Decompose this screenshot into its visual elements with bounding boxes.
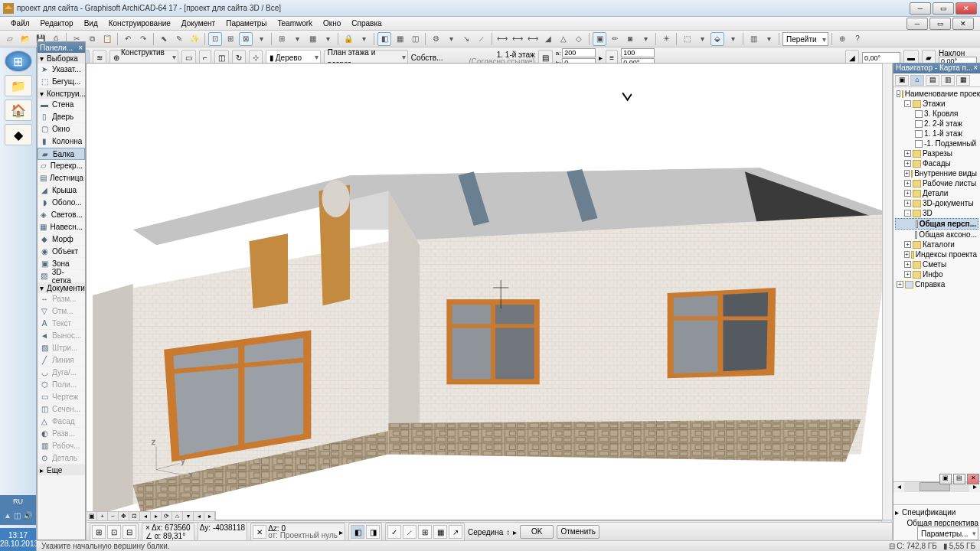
menu-window[interactable]: Окно [318, 18, 345, 29]
dd8-icon[interactable]: ▾ [762, 32, 776, 46]
layer-icon[interactable]: ▦ [305, 32, 319, 46]
snap-grid-icon[interactable]: ⊞ [92, 525, 106, 539]
tool-beam[interactable]: ▰Балка [38, 148, 85, 160]
v3d-icon[interactable]: ▣ [593, 32, 606, 46]
tool-section[interactable]: ◫Сечен... [38, 403, 85, 416]
c1-icon[interactable]: ✓ [387, 525, 401, 539]
measure-icon[interactable]: ⊕ [835, 32, 849, 46]
start-icon[interactable]: ⊞ [5, 51, 32, 72]
mdi-close[interactable]: ✕ [952, 18, 974, 30]
navbtn-close[interactable]: ✕ [967, 474, 979, 484]
spinner-icon[interactable]: ↕ [506, 528, 510, 536]
menu-edit[interactable]: Редактор [36, 18, 78, 29]
tool-window[interactable]: ▢Окно [38, 123, 85, 135]
tool-slab[interactable]: ▱Перекр... [38, 160, 85, 172]
group-more[interactable]: ▸Еще [38, 465, 85, 475]
tool-shell[interactable]: ◗Оболо... [38, 197, 85, 209]
sun-icon[interactable]: ☀ [659, 32, 673, 46]
grid-icon[interactable]: ⊞ [275, 32, 289, 46]
params-button[interactable]: Параметры... [917, 527, 978, 540]
magic-icon[interactable]: ⚙ [429, 32, 443, 46]
maximize-button[interactable]: ▭ [933, 2, 954, 15]
mode1-icon[interactable]: ◧ [351, 525, 364, 539]
c4-icon[interactable]: ▦ [433, 525, 447, 539]
c3-icon[interactable]: ⊞ [418, 525, 432, 539]
tool-line[interactable]: ╱Линия [38, 354, 85, 367]
surf-icon[interactable]: ◙ [623, 32, 637, 46]
dd2-icon[interactable]: ▾ [290, 32, 304, 46]
menu-options[interactable]: Параметры [221, 18, 271, 29]
menu-teamwork[interactable]: Teamwork [273, 18, 318, 29]
wand-icon[interactable]: ✨ [188, 32, 201, 46]
persp-icon[interactable]: ⬙ [710, 32, 724, 46]
ok-button[interactable]: OK [520, 525, 554, 539]
tool-wall[interactable]: ▬Стена [38, 99, 85, 111]
lang-indicator[interactable]: RU [0, 497, 36, 505]
open-icon[interactable]: 📂 [18, 32, 32, 46]
undo-icon[interactable]: ↶ [121, 32, 135, 46]
dd7-icon[interactable]: ▾ [726, 32, 740, 46]
dd4-icon[interactable]: ▾ [357, 32, 371, 46]
tool-label[interactable]: ◄Вынос... [38, 330, 85, 342]
tool-skylight[interactable]: ◈Светов... [38, 209, 85, 221]
tool-column[interactable]: ▮Колонна [38, 135, 85, 148]
snap3-icon[interactable]: ⊠ [239, 32, 253, 46]
tool-mesh[interactable]: ▨3D-сетка [38, 270, 85, 282]
dim4-icon[interactable]: ◢ [541, 32, 555, 46]
toolbox-close-icon[interactable]: × [78, 44, 83, 52]
snap1-icon[interactable]: ⊡ [208, 32, 222, 46]
chevron-icon[interactable]: ▸ [339, 528, 343, 536]
tool-drawing[interactable]: ▭Чертеж [38, 391, 85, 403]
menu-file[interactable]: Файл [6, 18, 34, 29]
copy-icon[interactable]: ⧉ [85, 32, 99, 46]
chevron-right-icon[interactable]: ▸ [599, 54, 603, 62]
nav-tab-2[interactable]: ⌂ [910, 75, 924, 86]
goto-dropdown[interactable]: Перейти [782, 32, 828, 46]
tray-icon[interactable]: ▲ [4, 511, 11, 520]
new-icon[interactable]: ▱ [3, 32, 17, 46]
pen-icon[interactable]: ✏ [608, 32, 622, 46]
tool-dim[interactable]: ↔Разм... [38, 293, 85, 305]
wnd-icon[interactable]: ▥ [746, 32, 760, 46]
nav-tab-4[interactable]: ▥ [941, 75, 955, 86]
play-icon[interactable]: ▸ [513, 528, 517, 536]
vertical-scrollbar[interactable] [882, 63, 893, 520]
explorer-icon[interactable]: 📁 [5, 75, 32, 96]
tool-marquee[interactable]: ⬚Бегущ... [38, 76, 85, 88]
dim1-icon[interactable]: ⟷ [495, 32, 509, 46]
tool-morph[interactable]: ◆Морф [38, 233, 85, 246]
render3-icon[interactable]: ◫ [408, 32, 422, 46]
dd1-icon[interactable]: ▾ [254, 32, 268, 46]
dim2-icon[interactable]: ⟷ [511, 32, 524, 46]
dim3-icon[interactable]: ⟷ [526, 32, 540, 46]
tool-roof[interactable]: ◢Крыша [38, 184, 85, 197]
tool-ie[interactable]: ◐Разв... [38, 428, 85, 440]
snap-guide-icon[interactable]: ⊡ [107, 525, 121, 539]
snap2-icon[interactable]: ⊞ [224, 32, 237, 46]
edit-icon[interactable]: ✎ [172, 32, 186, 46]
other-icon[interactable]: ◆ [5, 124, 32, 145]
dd6-icon[interactable]: ▾ [695, 32, 709, 46]
tool-curtain[interactable]: ▦Навесн... [38, 221, 85, 233]
tool-text[interactable]: AТекст [38, 318, 85, 330]
c5-icon[interactable]: ↗ [449, 525, 462, 539]
navigator-close-icon[interactable]: × [973, 64, 978, 73]
nav-tab-3[interactable]: ▤ [926, 75, 939, 86]
cam-icon[interactable]: ⬚ [680, 32, 694, 46]
navigator-tree[interactable]: -Наименование проекта -Этажи 3. Кровля 2… [893, 87, 980, 481]
c2-icon[interactable]: ⟋ [403, 525, 416, 539]
help-icon[interactable]: ? [851, 32, 864, 46]
tool-pointer[interactable]: ➤Указат... [38, 64, 85, 76]
group-document[interactable]: ▾Документи... [38, 282, 85, 293]
archicad-taskbar-icon[interactable]: 🏠 [5, 99, 32, 121]
origin-icon[interactable]: ✕ [253, 525, 266, 539]
paste-icon[interactable]: 📋 [100, 32, 114, 46]
menu-document[interactable]: Документ [177, 18, 220, 29]
menu-view[interactable]: Вид [80, 18, 103, 29]
tool-stair[interactable]: ▤Лестница [38, 172, 85, 184]
pick-icon[interactable]: ⬉ [157, 32, 171, 46]
tray-net-icon[interactable]: ◫ [14, 511, 21, 520]
dd5-icon[interactable]: ▾ [639, 32, 652, 46]
minimize-button[interactable]: ─ [910, 2, 931, 15]
navbtn-2[interactable]: ▤ [953, 474, 965, 484]
